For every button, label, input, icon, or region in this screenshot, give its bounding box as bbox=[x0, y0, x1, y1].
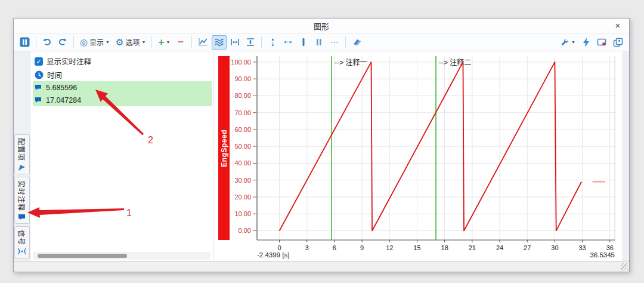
speech-bubble-icon bbox=[35, 84, 42, 91]
cursor-single-button[interactable] bbox=[296, 35, 311, 50]
svg-text:15: 15 bbox=[413, 244, 420, 251]
resize-grip-icon[interactable] bbox=[621, 263, 628, 270]
x-axis-max-label: 36.5345 bbox=[590, 251, 615, 259]
svg-text:10.00: 10.00 bbox=[234, 210, 251, 217]
chevron-down-icon: ▼ bbox=[142, 40, 146, 44]
fit-width-icon bbox=[230, 38, 240, 47]
export-button[interactable] bbox=[611, 35, 626, 50]
chevron-down-icon: ▼ bbox=[571, 40, 575, 44]
export-icon bbox=[613, 38, 623, 47]
svg-text:3: 3 bbox=[305, 244, 309, 251]
svg-text:20.00: 20.00 bbox=[234, 193, 251, 201]
clear-window-icon bbox=[597, 38, 607, 47]
undo-button[interactable] bbox=[40, 35, 54, 50]
speech-bubble-icon bbox=[18, 214, 26, 221]
svg-text:--> 注释一: --> 注释一 bbox=[335, 58, 367, 67]
fit-width-button[interactable] bbox=[228, 35, 242, 50]
curve-style-button[interactable] bbox=[212, 35, 227, 50]
time-header-label: 时间 bbox=[47, 69, 62, 81]
svg-text:0.00: 0.00 bbox=[239, 227, 251, 234]
clear-window-button[interactable] bbox=[595, 35, 609, 50]
lightning-icon bbox=[583, 38, 590, 47]
annotation-row[interactable]: 5.685596 bbox=[33, 81, 212, 94]
horizontal-scrollbar[interactable] bbox=[33, 252, 210, 260]
annotation-time: 5.685596 bbox=[46, 84, 77, 92]
trigger-button[interactable] bbox=[579, 35, 593, 50]
speech-bubble-icon bbox=[35, 97, 42, 103]
options-menu-button[interactable]: ⚙ 选项 ▼ bbox=[113, 35, 148, 50]
time-header-row: 时间 bbox=[33, 69, 213, 81]
close-icon[interactable]: × bbox=[612, 20, 623, 31]
svg-text:30: 30 bbox=[551, 244, 558, 251]
scrollbar-thumb[interactable] bbox=[38, 254, 127, 258]
show-annotations-row[interactable]: ✓ 显示实时注释 bbox=[33, 55, 213, 67]
chevron-down-icon: ▼ bbox=[106, 40, 110, 44]
svg-text:0: 0 bbox=[277, 244, 281, 251]
x-axis-min-label: -2.4399 [s] bbox=[257, 251, 289, 259]
fit-y-axis-button[interactable] bbox=[265, 35, 280, 50]
svg-text:27: 27 bbox=[524, 244, 531, 251]
line-chart-icon bbox=[198, 38, 208, 47]
tools-menu-button[interactable]: ▼ bbox=[558, 35, 578, 50]
fit-x-axis-button[interactable] bbox=[281, 35, 295, 50]
annotation-time: 17.047284 bbox=[46, 96, 81, 104]
y-axis-signal-bar[interactable]: EngSpeed bbox=[218, 56, 230, 240]
fit-height-icon bbox=[246, 38, 255, 47]
svg-text:33: 33 bbox=[578, 244, 586, 251]
display-menu-button[interactable]: ◎ 显示 ▼ bbox=[78, 35, 112, 50]
redo-button[interactable] bbox=[55, 35, 70, 50]
svg-text:100.00: 100.00 bbox=[231, 59, 251, 66]
checkbox-checked-icon[interactable]: ✓ bbox=[35, 57, 43, 66]
undo-icon bbox=[42, 38, 52, 47]
add-signal-button[interactable]: + ▼ bbox=[156, 35, 172, 50]
tab-live-annotations[interactable]: 实时注释 bbox=[14, 177, 30, 224]
chart-right-gutter bbox=[623, 51, 629, 261]
svg-text:6: 6 bbox=[333, 244, 336, 251]
cursor-arrow-icon bbox=[18, 164, 26, 171]
clock-icon bbox=[35, 70, 44, 79]
chart-area: EngSpeed 100.0090.0080.0070.0060.0050.00… bbox=[213, 51, 629, 261]
side-tab-strip: 配置项 实时注释 信号 bbox=[14, 51, 30, 261]
display-icon: ◎ bbox=[80, 38, 88, 47]
svg-text:24: 24 bbox=[496, 244, 503, 251]
fit-x-axis-icon bbox=[283, 38, 293, 47]
fit-height-button[interactable] bbox=[243, 35, 258, 50]
ellipsis-icon: ⋯ bbox=[330, 38, 339, 47]
chevron-down-icon: ▼ bbox=[166, 40, 170, 44]
plot-canvas[interactable]: 100.0090.0080.0070.0060.0050.0040.0030.0… bbox=[230, 51, 623, 251]
y-axis-signal-label: EngSpeed bbox=[220, 130, 228, 167]
more-button[interactable]: ⋯ bbox=[327, 35, 342, 50]
wrench-icon bbox=[560, 38, 569, 47]
cursor-double-icon bbox=[315, 38, 323, 47]
svg-text:36: 36 bbox=[606, 244, 614, 251]
cursor-double-button[interactable] bbox=[312, 35, 326, 50]
gear-icon: ⚙ bbox=[116, 38, 123, 47]
redo-icon bbox=[58, 38, 67, 47]
annotation-panel: ✓ 显示实时注释 时间 5.685596 bbox=[30, 51, 213, 261]
eraser-button[interactable] bbox=[349, 35, 364, 50]
fit-y-axis-icon bbox=[268, 38, 277, 47]
svg-text:--> 注释二: --> 注释二 bbox=[439, 58, 471, 67]
svg-text:30.00: 30.00 bbox=[234, 177, 251, 184]
toolbar: ◎ 显示 ▼ ⚙ 选项 ▼ + ▼ − bbox=[14, 33, 629, 51]
plus-icon: + bbox=[158, 37, 164, 47]
minus-icon: − bbox=[178, 37, 184, 47]
remove-signal-button[interactable]: − bbox=[174, 35, 188, 50]
svg-text:60.00: 60.00 bbox=[234, 126, 251, 133]
svg-text:90.00: 90.00 bbox=[234, 75, 251, 82]
status-bar bbox=[14, 261, 629, 272]
annotation-row[interactable]: 17.047284 bbox=[33, 94, 212, 106]
svg-text:80.00: 80.00 bbox=[234, 92, 251, 99]
svg-text:21: 21 bbox=[469, 244, 476, 251]
eraser-icon bbox=[352, 38, 362, 47]
window-title: 图形 bbox=[14, 20, 629, 32]
svg-text:18: 18 bbox=[441, 244, 448, 251]
line-style-button[interactable] bbox=[196, 35, 210, 50]
pause-button[interactable] bbox=[17, 35, 32, 50]
pause-icon bbox=[20, 37, 30, 47]
show-annotations-label: 显示实时注释 bbox=[47, 56, 91, 67]
tab-signals[interactable]: 信号 bbox=[14, 226, 30, 259]
svg-text:12: 12 bbox=[386, 244, 393, 251]
title-bar: 图形 × bbox=[14, 19, 629, 33]
tab-config-items[interactable]: 配置项 bbox=[14, 134, 30, 174]
